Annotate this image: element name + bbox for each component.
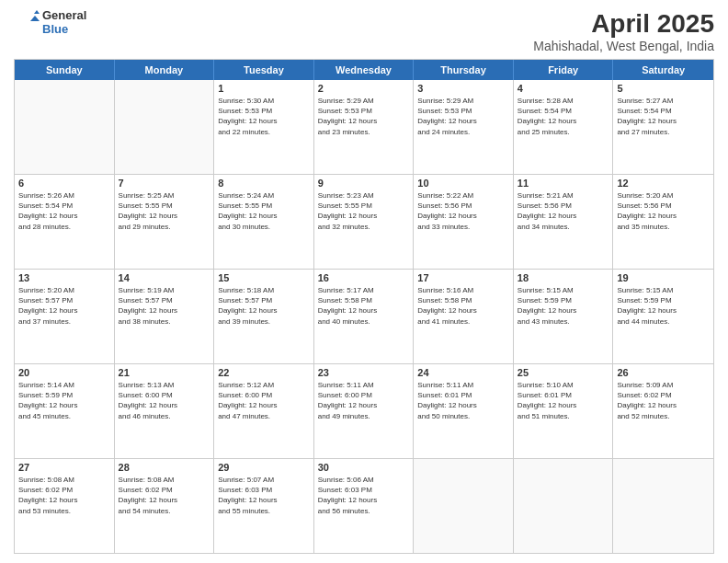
calendar-header: SundayMondayTuesdayWednesdayThursdayFrid… <box>15 60 713 80</box>
day-number: 28 <box>119 462 210 473</box>
calendar-cell: 22Sunrise: 5:12 AM Sunset: 6:00 PM Dayli… <box>214 364 314 458</box>
calendar-cell <box>15 80 115 174</box>
day-info: Sunrise: 5:30 AM Sunset: 5:53 PM Dayligh… <box>218 96 310 137</box>
day-number: 1 <box>218 83 310 94</box>
day-number: 29 <box>218 462 310 473</box>
day-number: 21 <box>119 367 210 378</box>
day-info: Sunrise: 5:06 AM Sunset: 6:03 PM Dayligh… <box>318 475 410 516</box>
day-number: 19 <box>617 272 710 283</box>
calendar-week: 6Sunrise: 5:26 AM Sunset: 5:54 PM Daylig… <box>15 175 713 270</box>
day-number: 8 <box>218 178 310 189</box>
day-number: 20 <box>18 367 110 378</box>
day-info: Sunrise: 5:13 AM Sunset: 6:00 PM Dayligh… <box>119 380 210 421</box>
header: General Blue April 2025 Mahishadal, West… <box>14 9 714 53</box>
day-number: 2 <box>318 83 410 94</box>
calendar-cell: 20Sunrise: 5:14 AM Sunset: 5:59 PM Dayli… <box>15 364 115 458</box>
day-info: Sunrise: 5:28 AM Sunset: 5:54 PM Dayligh… <box>518 96 609 137</box>
calendar-cell: 21Sunrise: 5:13 AM Sunset: 6:00 PM Dayli… <box>115 364 215 458</box>
day-number: 4 <box>518 83 609 94</box>
logo: General Blue <box>14 9 86 37</box>
day-number: 17 <box>417 272 509 283</box>
calendar-body: 1Sunrise: 5:30 AM Sunset: 5:53 PM Daylig… <box>15 80 713 553</box>
calendar-cell <box>613 459 713 553</box>
calendar-cell <box>514 459 614 553</box>
day-number: 6 <box>18 178 110 189</box>
calendar-cell: 1Sunrise: 5:30 AM Sunset: 5:53 PM Daylig… <box>214 80 314 174</box>
calendar-cell <box>115 80 215 174</box>
day-info: Sunrise: 5:19 AM Sunset: 5:57 PM Dayligh… <box>119 285 210 327</box>
main-title: April 2025 <box>533 9 714 39</box>
day-info: Sunrise: 5:20 AM Sunset: 5:57 PM Dayligh… <box>18 285 110 327</box>
calendar-cell: 29Sunrise: 5:07 AM Sunset: 6:03 PM Dayli… <box>214 459 314 553</box>
day-number: 13 <box>18 272 110 283</box>
calendar-cell: 3Sunrise: 5:29 AM Sunset: 5:53 PM Daylig… <box>414 80 514 174</box>
calendar-cell: 6Sunrise: 5:26 AM Sunset: 5:54 PM Daylig… <box>15 175 115 269</box>
calendar-cell <box>414 459 514 553</box>
day-number: 7 <box>119 178 210 189</box>
header-day: Wednesday <box>314 60 415 80</box>
logo-blue: Blue <box>42 23 86 37</box>
day-number: 26 <box>617 367 710 378</box>
calendar-cell: 19Sunrise: 5:15 AM Sunset: 5:59 PM Dayli… <box>613 270 713 363</box>
title-section: April 2025 Mahishadal, West Bengal, Indi… <box>533 9 714 53</box>
calendar-cell: 7Sunrise: 5:25 AM Sunset: 5:55 PM Daylig… <box>115 175 215 269</box>
day-info: Sunrise: 5:12 AM Sunset: 6:00 PM Dayligh… <box>218 380 310 421</box>
calendar-cell: 30Sunrise: 5:06 AM Sunset: 6:03 PM Dayli… <box>314 459 415 553</box>
day-info: Sunrise: 5:18 AM Sunset: 5:57 PM Dayligh… <box>218 285 310 327</box>
calendar-cell: 18Sunrise: 5:15 AM Sunset: 5:59 PM Dayli… <box>514 270 614 363</box>
svg-rect-0 <box>14 10 40 36</box>
day-number: 22 <box>218 367 310 378</box>
day-number: 12 <box>617 178 710 189</box>
day-info: Sunrise: 5:20 AM Sunset: 5:56 PM Dayligh… <box>617 190 710 232</box>
day-info: Sunrise: 5:08 AM Sunset: 6:02 PM Dayligh… <box>119 475 210 516</box>
day-info: Sunrise: 5:29 AM Sunset: 5:53 PM Dayligh… <box>318 96 410 137</box>
calendar-week: 20Sunrise: 5:14 AM Sunset: 5:59 PM Dayli… <box>15 364 713 459</box>
day-number: 11 <box>518 178 609 189</box>
day-number: 10 <box>417 178 509 189</box>
header-day: Tuesday <box>214 60 314 80</box>
day-info: Sunrise: 5:14 AM Sunset: 5:59 PM Dayligh… <box>18 380 110 421</box>
header-day: Saturday <box>613 60 713 80</box>
calendar-cell: 23Sunrise: 5:11 AM Sunset: 6:00 PM Dayli… <box>314 364 415 458</box>
day-info: Sunrise: 5:26 AM Sunset: 5:54 PM Dayligh… <box>18 190 110 232</box>
calendar-cell: 10Sunrise: 5:22 AM Sunset: 5:56 PM Dayli… <box>414 175 514 269</box>
header-day: Monday <box>115 60 215 80</box>
day-number: 15 <box>218 272 310 283</box>
day-number: 25 <box>518 367 609 378</box>
day-info: Sunrise: 5:22 AM Sunset: 5:56 PM Dayligh… <box>417 190 509 232</box>
calendar-cell: 13Sunrise: 5:20 AM Sunset: 5:57 PM Dayli… <box>15 270 115 363</box>
logo-general: General <box>42 9 86 23</box>
day-info: Sunrise: 5:23 AM Sunset: 5:55 PM Dayligh… <box>318 190 410 232</box>
header-day: Sunday <box>15 60 115 80</box>
day-info: Sunrise: 5:17 AM Sunset: 5:58 PM Dayligh… <box>318 285 410 327</box>
calendar-cell: 16Sunrise: 5:17 AM Sunset: 5:58 PM Dayli… <box>314 270 415 363</box>
calendar-cell: 26Sunrise: 5:09 AM Sunset: 6:02 PM Dayli… <box>613 364 713 458</box>
calendar-cell: 14Sunrise: 5:19 AM Sunset: 5:57 PM Dayli… <box>115 270 215 363</box>
calendar-cell: 5Sunrise: 5:27 AM Sunset: 5:54 PM Daylig… <box>613 80 713 174</box>
day-info: Sunrise: 5:25 AM Sunset: 5:55 PM Dayligh… <box>119 190 210 232</box>
day-info: Sunrise: 5:15 AM Sunset: 5:59 PM Dayligh… <box>617 285 710 327</box>
day-number: 14 <box>119 272 210 283</box>
day-info: Sunrise: 5:29 AM Sunset: 5:53 PM Dayligh… <box>417 96 509 137</box>
calendar-cell: 2Sunrise: 5:29 AM Sunset: 5:53 PM Daylig… <box>314 80 415 174</box>
calendar-cell: 17Sunrise: 5:16 AM Sunset: 5:58 PM Dayli… <box>414 270 514 363</box>
day-info: Sunrise: 5:15 AM Sunset: 5:59 PM Dayligh… <box>518 285 609 327</box>
calendar-cell: 24Sunrise: 5:11 AM Sunset: 6:01 PM Dayli… <box>414 364 514 458</box>
day-number: 5 <box>617 83 710 94</box>
calendar-cell: 9Sunrise: 5:23 AM Sunset: 5:55 PM Daylig… <box>314 175 415 269</box>
day-number: 9 <box>318 178 410 189</box>
page: General Blue April 2025 Mahishadal, West… <box>0 0 728 563</box>
day-number: 27 <box>18 462 110 473</box>
calendar-cell: 15Sunrise: 5:18 AM Sunset: 5:57 PM Dayli… <box>214 270 314 363</box>
calendar-cell: 8Sunrise: 5:24 AM Sunset: 5:55 PM Daylig… <box>214 175 314 269</box>
day-info: Sunrise: 5:10 AM Sunset: 6:01 PM Dayligh… <box>518 380 609 421</box>
day-number: 30 <box>318 462 410 473</box>
logo-svg <box>14 10 40 36</box>
day-info: Sunrise: 5:11 AM Sunset: 6:00 PM Dayligh… <box>318 380 410 421</box>
day-info: Sunrise: 5:08 AM Sunset: 6:02 PM Dayligh… <box>18 475 110 516</box>
calendar: SundayMondayTuesdayWednesdayThursdayFrid… <box>14 59 714 554</box>
day-number: 23 <box>318 367 410 378</box>
day-number: 16 <box>318 272 410 283</box>
day-info: Sunrise: 5:11 AM Sunset: 6:01 PM Dayligh… <box>417 380 509 421</box>
day-info: Sunrise: 5:07 AM Sunset: 6:03 PM Dayligh… <box>218 475 310 516</box>
